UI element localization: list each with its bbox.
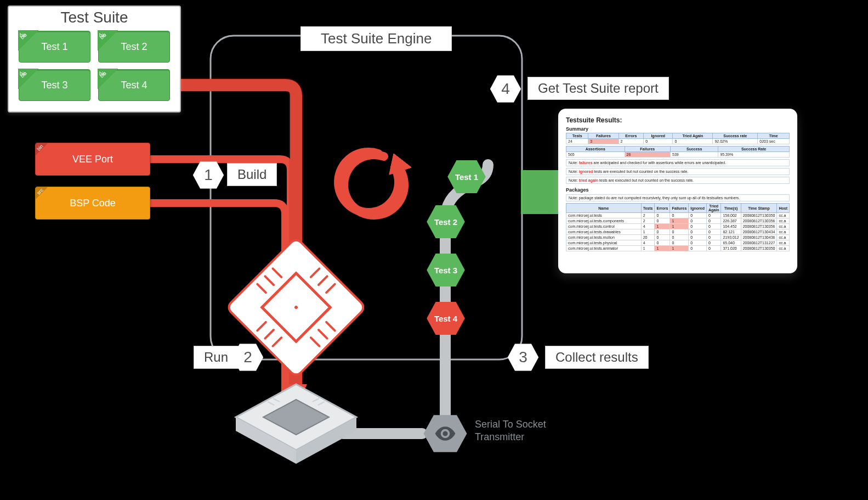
report-packages-heading: Packages: [566, 187, 790, 193]
test-card-label: Test 3: [41, 80, 67, 91]
report-note-3: Note: tried again tests are executed but…: [566, 177, 790, 184]
module-label: BSP Code: [70, 198, 116, 209]
report-note-2: Note: ignored tests are executed but not…: [566, 168, 790, 175]
step-4-label: Get Test Suite report: [527, 77, 669, 100]
serial-socket-label: Serial To Socket Transmitter: [475, 418, 546, 444]
test-card-label: Test 1: [41, 41, 67, 53]
test-card-4: binTest 4: [98, 69, 170, 101]
engine-title: Test Suite Engine: [300, 26, 452, 51]
report-title: Testsuite Results:: [566, 116, 790, 124]
test-suite-panel: Test Suite binTest 1 binTest 2 binTest 3…: [8, 5, 181, 113]
report-note-1: Note: failures are anticipated and check…: [566, 159, 790, 166]
module-vee-port: bin VEE Port: [35, 143, 150, 176]
test-suite-title: Test Suite: [9, 9, 180, 26]
module-label: VEE Port: [72, 154, 113, 165]
report-packages-note: Note: package stated do are not computed…: [566, 194, 790, 201]
test-card-3: binTest 3: [19, 69, 90, 101]
report-packages-table: NameTestsErrorsFailuresIgnoredTried Agai…: [566, 203, 790, 251]
test-card-label: Test 2: [121, 41, 147, 53]
report-summary-heading: Summary: [566, 126, 790, 132]
step-1-label: Build: [227, 163, 277, 186]
step-2-label: Run: [194, 346, 239, 369]
eye-icon: [433, 422, 457, 446]
report-panel: Testsuite Results: Summary TestsFailures…: [558, 109, 797, 273]
test-card-label: Test 4: [121, 80, 147, 91]
report-assert-table: AssertionsFailuresSuccessSuccess Rate 56…: [566, 146, 790, 158]
test-card-2: binTest 2: [98, 31, 170, 63]
report-summary-table: TestsFailuresErrorsIgnoredTried AgainSuc…: [566, 133, 790, 144]
test-card-1: binTest 1: [19, 31, 90, 63]
module-bsp-code: src BSP Code: [35, 187, 150, 220]
step-3-label: Collect results: [545, 346, 649, 369]
